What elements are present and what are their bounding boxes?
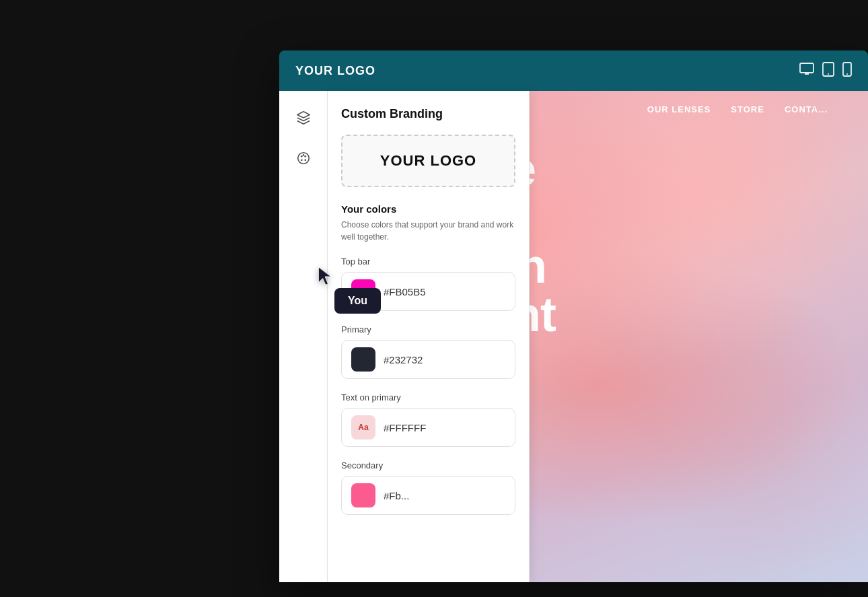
primary-swatch xyxy=(351,347,375,372)
colors-heading: Your colors xyxy=(341,203,515,215)
aa-badge: Aa xyxy=(351,415,375,440)
primary-color-row[interactable]: #232732 xyxy=(341,340,515,379)
site-logo: YOUR LOGO xyxy=(295,64,375,78)
svg-point-4 xyxy=(828,73,829,75)
panel-title: Custom Branding xyxy=(341,107,515,121)
svg-rect-0 xyxy=(800,63,813,73)
svg-point-6 xyxy=(846,73,848,75)
logo-preview-text: YOUR LOGO xyxy=(380,152,476,170)
svg-point-11 xyxy=(304,159,306,161)
text-on-primary-hex: #FFFFFF xyxy=(384,422,426,433)
secondary-label: Secondary xyxy=(341,460,515,470)
logo-preview-box[interactable]: YOUR LOGO xyxy=(341,135,515,187)
nav-store[interactable]: STORE xyxy=(731,104,764,114)
device-switcher xyxy=(799,62,852,80)
svg-point-12 xyxy=(302,154,304,156)
layers-icon[interactable] xyxy=(290,104,317,131)
browser-window: YOUR LOGO xyxy=(279,50,868,582)
editor-sidebar xyxy=(279,91,328,582)
tablet-icon[interactable] xyxy=(822,62,834,80)
site-topbar: YOUR LOGO xyxy=(279,50,868,91)
colors-description: Choose colors that support your brand an… xyxy=(341,219,515,243)
topbar-hex: #FB05B5 xyxy=(384,286,426,297)
hero-nav: OUR LENSES STORE CONTA... xyxy=(647,104,828,114)
branding-panel: Custom Branding YOUR LOGO Your colors Ch… xyxy=(328,91,530,582)
secondary-hex: #Fb... xyxy=(384,490,409,501)
svg-point-10 xyxy=(300,159,302,161)
secondary-swatch xyxy=(351,483,375,507)
topbar-label: Top bar xyxy=(341,256,515,267)
primary-hex: #232732 xyxy=(384,354,423,365)
text-on-primary-label: Text on primary xyxy=(341,392,515,402)
svg-point-9 xyxy=(304,155,306,157)
primary-label: Primary xyxy=(341,324,515,335)
desktop-icon[interactable] xyxy=(799,62,814,80)
nav-contact[interactable]: CONTA... xyxy=(785,104,828,114)
you-badge: You xyxy=(334,288,381,314)
nav-our-lenses[interactable]: OUR LENSES xyxy=(647,104,711,114)
mobile-icon[interactable] xyxy=(842,62,852,80)
text-on-primary-row[interactable]: Aa #FFFFFF xyxy=(341,408,515,447)
palette-icon[interactable] xyxy=(290,145,317,172)
secondary-color-row[interactable]: #Fb... xyxy=(341,476,515,515)
svg-point-8 xyxy=(300,155,302,157)
